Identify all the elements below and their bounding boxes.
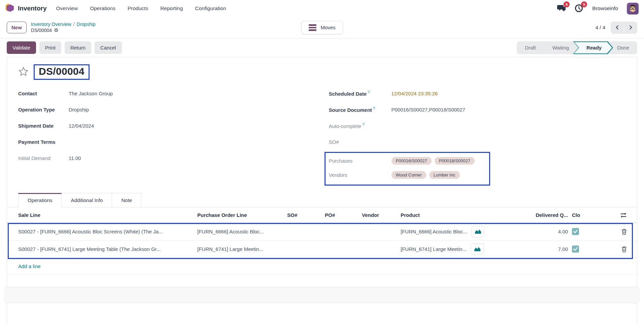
- breadcrumb-dropship[interactable]: Dropship: [77, 22, 96, 27]
- field-operation-type: Operation Type Dropship: [18, 101, 315, 118]
- header-purchase-order-line[interactable]: Purchase Order Line: [197, 212, 287, 218]
- forecast-report-button[interactable]: [471, 243, 484, 255]
- cell-delivered-qty[interactable]: 4.00: [529, 229, 568, 234]
- tab-note[interactable]: Note: [112, 193, 141, 207]
- breadcrumb: Inventory Overview/Dropship DS/00004 ⚙: [31, 22, 96, 33]
- status-step-ready-active[interactable]: Ready: [573, 41, 613, 54]
- help-icon: ?: [373, 106, 375, 110]
- source-document-label: Source Document?: [329, 106, 392, 113]
- cancel-button[interactable]: Cancel: [95, 41, 122, 54]
- menu-configuration[interactable]: Configuration: [195, 5, 226, 11]
- field-initial-demand: Initial Demand 11.00: [18, 150, 315, 166]
- user-avatar[interactable]: [627, 3, 639, 14]
- app-switcher[interactable]: Inventory: [5, 3, 47, 14]
- area-chart-icon: [474, 247, 481, 252]
- field-shipment-date: Shipment Date 12/04/2024: [18, 118, 315, 134]
- header-closed[interactable]: Clo: [568, 212, 594, 218]
- purchase-tag[interactable]: P00016/S00027: [392, 157, 432, 165]
- pager-next-button[interactable]: [624, 22, 637, 34]
- validate-button[interactable]: Validate: [7, 41, 36, 54]
- vendor-tag[interactable]: Lumber Inc: [429, 171, 460, 179]
- field-vendors: Vendors Wood Corner Lumber Inc: [329, 168, 486, 182]
- delete-row-button[interactable]: [621, 246, 627, 252]
- cell-delivered-qty[interactable]: 7.00: [529, 246, 568, 252]
- add-line-row: Add a line: [7, 258, 637, 275]
- breadcrumb-inventory-overview[interactable]: Inventory Overview: [31, 22, 71, 27]
- help-icon: ?: [362, 123, 364, 127]
- trash-icon: [621, 229, 627, 235]
- forecast-report-button[interactable]: [471, 226, 485, 237]
- messages-button[interactable]: 6: [557, 4, 566, 13]
- cell-purchase-order-line[interactable]: [FURN_6666] Acoustic Bloc...: [197, 229, 287, 234]
- header-so[interactable]: SO#: [287, 212, 325, 218]
- menu-reporting[interactable]: Reporting: [160, 5, 183, 11]
- header-po[interactable]: PO#: [325, 212, 362, 218]
- fields-right-column: Scheduled Date? 12/04/2024 23:35:26 Sour…: [329, 85, 626, 186]
- contact-value[interactable]: The Jackson Group: [69, 91, 113, 96]
- check-icon: [573, 230, 578, 233]
- purchase-tag[interactable]: P00018/S00027: [435, 157, 475, 165]
- pager-previous-button[interactable]: [611, 22, 624, 34]
- notebook-tabs: Operations Additional Info Note: [7, 193, 637, 207]
- print-button[interactable]: Print: [39, 41, 61, 54]
- tab-operations[interactable]: Operations: [18, 193, 62, 207]
- record-title[interactable]: DS/00004: [39, 66, 84, 77]
- delete-row-button[interactable]: [621, 229, 627, 235]
- column-adjust-icon: [620, 212, 627, 218]
- shipment-date-label: Shipment Date: [18, 123, 69, 129]
- tab-additional-info[interactable]: Additional Info: [62, 193, 112, 207]
- optional-columns-button[interactable]: [620, 212, 627, 218]
- gear-icon[interactable]: ⚙: [54, 27, 58, 33]
- add-a-line-link[interactable]: Add a line: [18, 263, 41, 269]
- menu-operations[interactable]: Operations: [90, 5, 115, 11]
- favorite-star-icon[interactable]: [18, 66, 29, 78]
- field-payment-terms: Payment Terms: [18, 134, 315, 150]
- form-sheet: DS/00004 Contact The Jackson Group Opera…: [7, 57, 637, 287]
- vendors-label: Vendors: [329, 172, 392, 178]
- cell-purchase-order-line[interactable]: [FURN_6741] Large Meetin...: [197, 246, 287, 252]
- product-name[interactable]: [FURN_6666] Acoustic Bloc...: [401, 229, 467, 234]
- clock-icon: [575, 8, 583, 13]
- closed-checkbox-checked[interactable]: [572, 228, 579, 235]
- cell-sale-line[interactable]: S00027 - [FURN_6666] Acoustic Bloc Scree…: [7, 229, 197, 234]
- menu-bars-icon: [308, 24, 316, 31]
- status-pipeline: Draft Waiting Ready Done: [517, 41, 637, 54]
- return-button[interactable]: Return: [65, 41, 91, 54]
- header-product[interactable]: Product: [401, 212, 529, 218]
- cell-product: [FURN_6741] Large Meetin...: [401, 243, 529, 255]
- field-purchases: Purchases P00016/S00027 P00018/S00027: [329, 154, 486, 168]
- activities-button[interactable]: 5: [575, 4, 583, 13]
- vendor-tag[interactable]: Wood Corner: [392, 171, 426, 179]
- header-delivered-qty[interactable]: Delivered Q...: [529, 212, 568, 218]
- header-sale-line[interactable]: Sale Line: [7, 212, 197, 218]
- scheduled-date-label: Scheduled Date?: [329, 90, 392, 97]
- moves-smart-button[interactable]: Moves: [301, 21, 343, 34]
- operation-type-value[interactable]: Dropship: [69, 107, 89, 112]
- new-button[interactable]: New: [7, 22, 27, 33]
- table-row[interactable]: S00027 - [FURN_6666] Acoustic Bloc Scree…: [7, 223, 637, 240]
- user-name[interactable]: Browseinfo: [592, 5, 618, 11]
- source-document-value[interactable]: P00016/S00027,P00018/S00027: [392, 107, 465, 112]
- status-step-draft[interactable]: Draft: [517, 41, 544, 54]
- status-step-done[interactable]: Done: [609, 41, 637, 54]
- trash-icon: [621, 246, 627, 252]
- cell-sale-line[interactable]: S00027 - [FURN_6741] Large Meeting Table…: [7, 246, 197, 252]
- header-vendor[interactable]: Vendor: [362, 212, 401, 218]
- activities-count-badge: 5: [581, 1, 587, 7]
- menu-overview[interactable]: Overview: [56, 5, 78, 11]
- field-so-number: SO#: [329, 134, 626, 150]
- menu-products[interactable]: Products: [128, 5, 148, 11]
- initial-demand-value: 11.00: [69, 155, 81, 161]
- scheduled-date-value[interactable]: 12/04/2024 23:35:26: [392, 91, 438, 96]
- closed-checkbox-checked[interactable]: [572, 246, 579, 253]
- operation-type-label: Operation Type: [18, 107, 69, 112]
- field-auto-complete: Auto-complete?: [329, 118, 626, 134]
- app-name: Inventory: [18, 5, 47, 12]
- status-step-waiting[interactable]: Waiting: [544, 41, 577, 54]
- field-contact: Contact The Jackson Group: [18, 85, 315, 101]
- shipment-date-value[interactable]: 12/04/2024: [69, 123, 94, 129]
- product-name[interactable]: [FURN_6741] Large Meetin...: [401, 246, 467, 252]
- purchases-label: Purchases: [329, 158, 392, 164]
- list-header-row: Sale Line Purchase Order Line SO# PO# Ve…: [7, 207, 637, 223]
- table-row[interactable]: S00027 - [FURN_6741] Large Meeting Table…: [7, 240, 637, 258]
